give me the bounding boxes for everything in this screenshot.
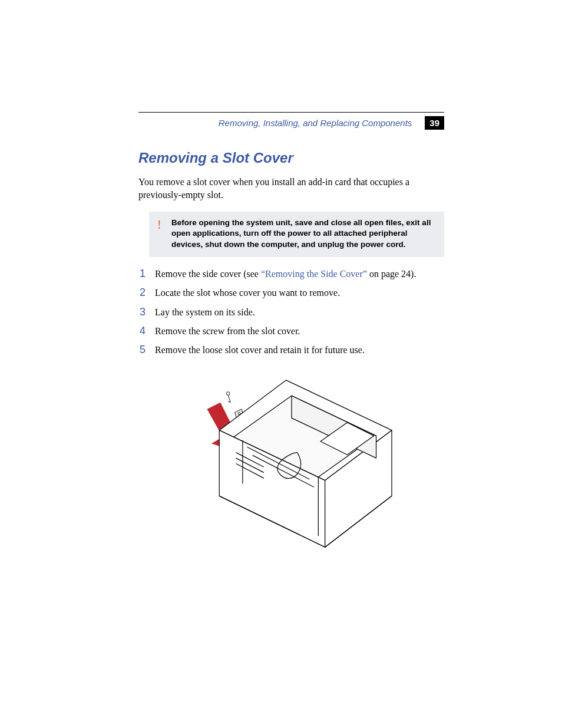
svg-point-2 — [226, 392, 230, 396]
step-text: Locate the slot whose cover you want to … — [155, 288, 340, 298]
step-text: Lay the system on its side. — [155, 307, 255, 317]
page-header: Removing, Installing, and Replacing Comp… — [138, 116, 444, 130]
warning-text: Before opening the system unit, save and… — [171, 218, 431, 248]
document-page: Removing, Installing, and Replacing Comp… — [0, 0, 562, 728]
step-text-pre: Remove the side cover (see — [155, 269, 261, 279]
page-number: 39 — [425, 116, 444, 130]
chapter-title: Removing, Installing, and Replacing Comp… — [219, 118, 412, 128]
section-title: Removing a Slot Cover — [138, 150, 444, 166]
list-item: Remove the loose slot cover and retain i… — [138, 344, 444, 357]
cross-reference[interactable]: “Removing the Side Cover” — [261, 269, 367, 279]
list-item: Locate the slot whose cover you want to … — [138, 286, 444, 299]
list-item: Remove the screw from the slot cover. — [138, 325, 444, 338]
screw-icon — [226, 392, 230, 403]
header-rule — [138, 112, 444, 113]
section-intro: You remove a slot cover when you install… — [138, 176, 444, 201]
warning-icon: ! — [157, 217, 161, 233]
step-text: Remove the loose slot cover and retain i… — [155, 345, 365, 355]
step-list: Remove the side cover (see “Removing the… — [138, 268, 444, 357]
step-text: Remove the screw from the slot cover. — [155, 326, 300, 336]
list-item: Lay the system on its side. — [138, 306, 444, 319]
list-item: Remove the side cover (see “Removing the… — [138, 268, 444, 281]
figure — [138, 369, 444, 569]
warning-box: ! Before opening the system unit, save a… — [149, 212, 444, 257]
chassis-body — [219, 380, 392, 547]
step-text-post: on page 24). — [367, 269, 416, 279]
chassis-illustration — [177, 369, 406, 569]
